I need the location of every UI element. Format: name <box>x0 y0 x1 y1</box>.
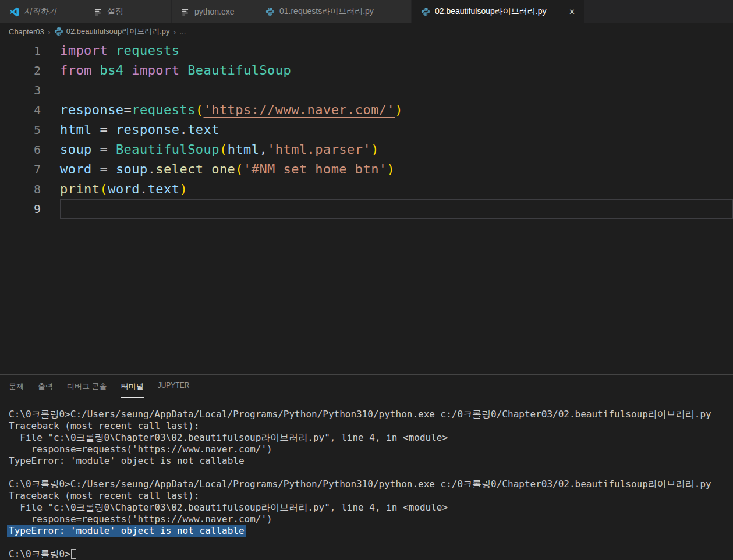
code-token: requests <box>116 43 180 58</box>
terminal-text: File "c:\0크롤링0\Chapter03\02.beautifulsou… <box>9 432 448 443</box>
code-content[interactable]: from bs4 import BeautifulSoup <box>60 61 733 80</box>
python-icon <box>54 27 63 36</box>
terminal-line: File "c:\0크롤링0\Chapter03\02.beautifulsou… <box>9 502 733 513</box>
python-icon <box>265 7 275 16</box>
code-token: text <box>187 122 219 137</box>
code-line: 9 <box>0 199 733 219</box>
terminal-line: TypeError: 'module' object is not callab… <box>9 525 733 537</box>
code-token: import <box>132 63 187 77</box>
chevron-right-icon: › <box>48 27 51 36</box>
tab-label: python.exe <box>194 7 247 16</box>
panel-tab-problems[interactable]: 문제 <box>9 381 24 397</box>
breadcrumb: Chapter03›02.beautifulsoup라이브러리.py›... <box>0 23 733 40</box>
breadcrumb-label: Chapter03 <box>9 27 44 36</box>
tab-label: 설정 <box>107 6 163 17</box>
code-content[interactable]: word = soup.select_one('#NM_set_home_btn… <box>60 160 733 179</box>
breadcrumb-label: ... <box>179 27 186 36</box>
terminal-cursor <box>71 549 76 559</box>
breadcrumb-label: 02.beautifulsoup라이브러리.py <box>66 26 170 37</box>
code-line: 4response=requests('https://www.naver.co… <box>0 100 733 120</box>
code-token: word <box>60 162 92 176</box>
code-token: = <box>124 102 132 117</box>
code-content[interactable]: soup = BeautifulSoup(html,'html.parser') <box>60 140 733 160</box>
line-number: 7 <box>0 160 41 179</box>
tab-file-02-beautifulsoup[interactable]: 02.beautifulsoup라이브러리.py✕ <box>412 0 585 23</box>
terminal-line: C:\0크롤링0>C:/Users/seung/AppData/Local/Pr… <box>9 409 733 420</box>
file-icon <box>181 8 190 16</box>
code-line: 5html = response.text <box>0 120 733 140</box>
terminal-line: response=requests('https://www.naver.com… <box>9 513 733 525</box>
line-number: 9 <box>0 199 41 219</box>
code-line: 3 <box>0 80 733 100</box>
breadcrumb-item-symbol-ellipsis[interactable]: ... <box>179 27 186 36</box>
tab-settings[interactable]: 설정 <box>84 0 172 23</box>
terminal-line: response=requests('https://www.naver.com… <box>9 444 733 455</box>
code-line: 8print(word.text) <box>0 179 733 199</box>
line-number: 5 <box>0 120 41 140</box>
code-token: word <box>108 182 140 196</box>
terminal-prompt-line: C:\0크롤링0> <box>9 548 733 560</box>
terminal-line: Traceback (most recent call last): <box>9 420 733 432</box>
code-content[interactable]: import requests <box>60 41 733 61</box>
code-content[interactable] <box>60 80 733 100</box>
line-number: 8 <box>0 179 41 199</box>
code-token: ( <box>219 142 228 157</box>
terminal-text: Traceback (most recent call last): <box>9 420 200 431</box>
terminal-text: Traceback (most recent call last): <box>9 490 200 501</box>
terminal-text: C:\0크롤링0>C:/Users/seung/AppData/Local/Pr… <box>9 479 711 490</box>
bottom-panel: 문제출력디버그 콘솔터미널JUPYTER C:\0크롤링0>C:/Users/s… <box>0 374 733 560</box>
tab-file-01-requests[interactable]: 01.requests라이브러리.py <box>256 0 412 23</box>
code-content[interactable] <box>60 199 733 219</box>
breadcrumb-item-folder-chapter03[interactable]: Chapter03 <box>9 27 44 36</box>
code-token: ) <box>371 142 379 157</box>
file-icon <box>94 8 102 16</box>
code-token: from <box>60 63 100 77</box>
code-token: ( <box>196 102 204 117</box>
terminal-line: C:\0크롤링0>C:/Users/seung/AppData/Local/Pr… <box>9 479 733 490</box>
code-line: 1import requests <box>0 41 733 61</box>
code-token: soup <box>60 142 92 157</box>
terminal-line: File "c:\0크롤링0\Chapter03\02.beautifulsou… <box>9 432 733 444</box>
panel-tab-output[interactable]: 출력 <box>38 381 53 397</box>
editor-tab-bar: 시작하기설정python.exe01.requests라이브러리.py02.be… <box>0 0 733 23</box>
code-token: ) <box>387 162 395 176</box>
terminal-prompt: C:\0크롤링0> <box>9 548 70 559</box>
code-token: ) <box>395 102 403 117</box>
code-content[interactable]: html = response.text <box>60 120 733 140</box>
code-content[interactable]: print(word.text) <box>60 179 733 199</box>
code-token: BeautifulSoup <box>116 142 219 157</box>
terminal-line <box>9 537 733 548</box>
tab-getting-started[interactable]: 시작하기 <box>0 0 84 23</box>
code-token: . <box>140 182 148 196</box>
code-token: ( <box>100 182 108 196</box>
chevron-right-icon: › <box>173 27 176 36</box>
code-token: 'https://www.naver.com/' <box>204 102 395 117</box>
panel-tab-terminal[interactable]: 터미널 <box>121 381 144 398</box>
terminal-text: TypeError: 'module' object is not callab… <box>9 455 245 466</box>
terminal-output[interactable]: C:\0크롤링0>C:/Users/seung/AppData/Local/Pr… <box>0 407 733 560</box>
code-token: BeautifulSoup <box>187 63 291 77</box>
terminal-text: response=requests('https://www.naver.com… <box>9 444 272 455</box>
terminal-text: C:\0크롤링0>C:/Users/seung/AppData/Local/Pr… <box>9 409 711 420</box>
breadcrumb-item-file-02-beautifulsoup[interactable]: 02.beautifulsoup라이브러리.py <box>54 26 170 37</box>
code-token: = <box>92 162 116 176</box>
code-content[interactable]: response=requests('https://www.naver.com… <box>60 100 733 120</box>
tab-label: 시작하기 <box>24 6 76 17</box>
tab-python-exe[interactable]: python.exe <box>172 0 256 23</box>
line-number: 6 <box>0 140 41 160</box>
panel-tab-debug-console[interactable]: 디버그 콘솔 <box>67 381 107 397</box>
code-line: 6soup = BeautifulSoup(html,'html.parser'… <box>0 140 733 160</box>
code-editor[interactable]: 1import requests2from bs4 import Beautif… <box>0 40 733 374</box>
panel-tab-jupyter[interactable]: JUPYTER <box>158 381 190 395</box>
code-token: response <box>116 122 180 137</box>
code-token: bs4 <box>100 63 132 77</box>
code-token: soup <box>116 162 148 176</box>
code-token: = <box>92 142 116 157</box>
code-token: requests <box>132 102 196 117</box>
code-token: . <box>148 162 156 176</box>
terminal-text: response=requests('https://www.naver.com… <box>9 513 272 524</box>
code-token: print <box>60 182 100 196</box>
code-token: select_one <box>155 162 235 176</box>
close-icon[interactable]: ✕ <box>568 8 576 16</box>
code-token: ( <box>235 162 243 176</box>
